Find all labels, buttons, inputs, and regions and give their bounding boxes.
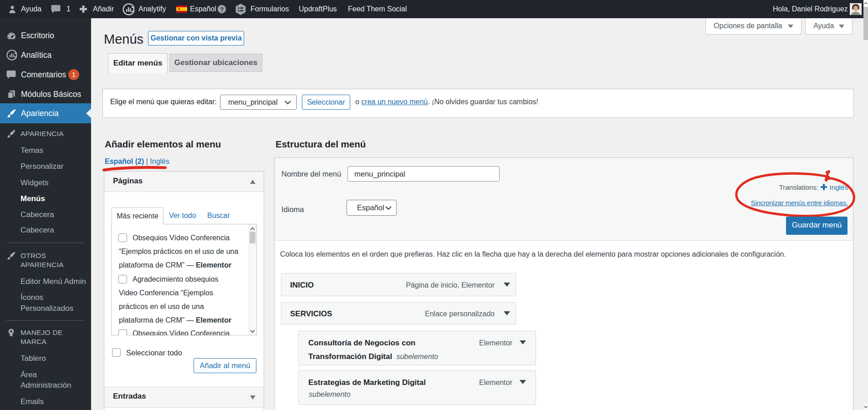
svg-text:?: ? [220,6,224,13]
